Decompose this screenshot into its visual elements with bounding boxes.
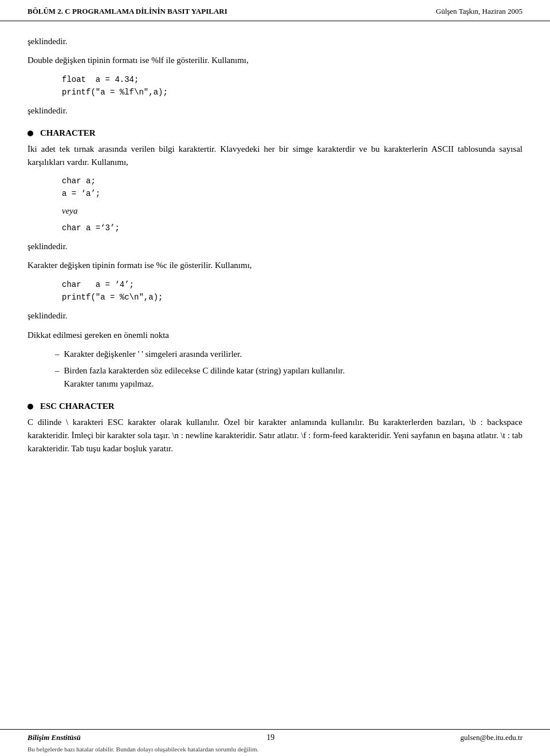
- veya-text: veya: [62, 206, 522, 216]
- seklindedir-2: şeklindedir.: [28, 240, 522, 253]
- char-desc: İki adet tek tırnak arasında verilen bil…: [28, 143, 522, 170]
- dash-sym-2: –: [55, 364, 60, 391]
- dash-sym-1: –: [55, 348, 60, 361]
- footer-email: gulsen@be.itu.edu.tr: [461, 733, 522, 742]
- character-bullet: [28, 131, 33, 136]
- code-char2-line1: char a =‘3’;: [62, 222, 522, 234]
- code-float-line1: float a = 4.34;: [62, 73, 522, 86]
- dash-item-2: – Birden fazla karakterden söz edileceks…: [55, 364, 522, 391]
- footer-main-row: Bilişim Enstitüsü 19 gulsen@be.itu.edu.t…: [28, 733, 522, 745]
- intro-line: şeklindedir.: [28, 35, 522, 48]
- header-author: Gülşen Taşkın, Haziran 2005: [436, 7, 522, 16]
- karakter-desc: Karakter değişken tipinin formatı ise %c…: [28, 259, 522, 272]
- dikkat-heading: Dikkat edilmesi gereken en önemli nokta: [28, 329, 522, 342]
- page-footer: Bilişim Enstitüsü 19 gulsen@be.itu.edu.t…: [0, 729, 550, 756]
- esc-bullet: [28, 404, 33, 410]
- code-float-line2: printf("a = %lf\n",a);: [62, 86, 522, 99]
- double-desc: Double değişken tipinin formatı ise %lf …: [28, 54, 522, 67]
- esc-heading-block: ESC CHARACTER: [28, 401, 522, 411]
- footer-institution: Bilişim Enstitüsü: [28, 733, 81, 742]
- character-heading-block: CHARACTER: [28, 128, 522, 138]
- code-float: float a = 4.34; printf("a = %lf\n",a);: [62, 73, 522, 99]
- footer-page-number: 19: [266, 733, 274, 742]
- dash-text-1: Karakter değişkenler ' ' simgeleri arası…: [64, 348, 242, 361]
- code-char2: char a =‘3’;: [62, 222, 522, 234]
- character-heading-text: CHARACTER: [40, 128, 96, 138]
- seklindedir-1: şeklindedir.: [28, 104, 522, 117]
- page-container: BÖLÜM 2. C PROGRAMLAMA DİLİNİN BASIT YAP…: [0, 0, 550, 756]
- page-header: BÖLÜM 2. C PROGRAMLAMA DİLİNİN BASIT YAP…: [0, 0, 550, 21]
- code-char3-line1: char a = ‘4’;: [62, 278, 522, 291]
- dash-items: – Karakter değişkenler ' ' simgeleri ara…: [55, 348, 522, 391]
- code-char1: char a; a = ‘a’;: [62, 175, 522, 200]
- dash-item-1: – Karakter değişkenler ' ' simgeleri ara…: [55, 348, 522, 361]
- dash-text-2: Birden fazla karakterden söz edilecekse …: [64, 364, 345, 391]
- code-char3-line2: printf("a = %c\n",a);: [62, 291, 522, 304]
- seklindedir-3: şeklindedir.: [28, 309, 522, 322]
- footer-disclaimer: Bu belgelerde bazı hatalar olabilir. Bun…: [28, 745, 522, 753]
- esc-heading-text: ESC CHARACTER: [40, 401, 115, 411]
- esc-desc: C dilinde \ karakteri ESC karakter olara…: [28, 416, 522, 456]
- main-content: şeklindedir. Double değişken tipinin for…: [0, 21, 550, 507]
- code-char3: char a = ‘4’; printf("a = %c\n",a);: [62, 278, 522, 304]
- code-char1-line2: a = ‘a’;: [62, 187, 522, 200]
- header-chapter: BÖLÜM 2. C PROGRAMLAMA DİLİNİN BASIT YAP…: [28, 7, 227, 16]
- code-char1-line1: char a;: [62, 175, 522, 187]
